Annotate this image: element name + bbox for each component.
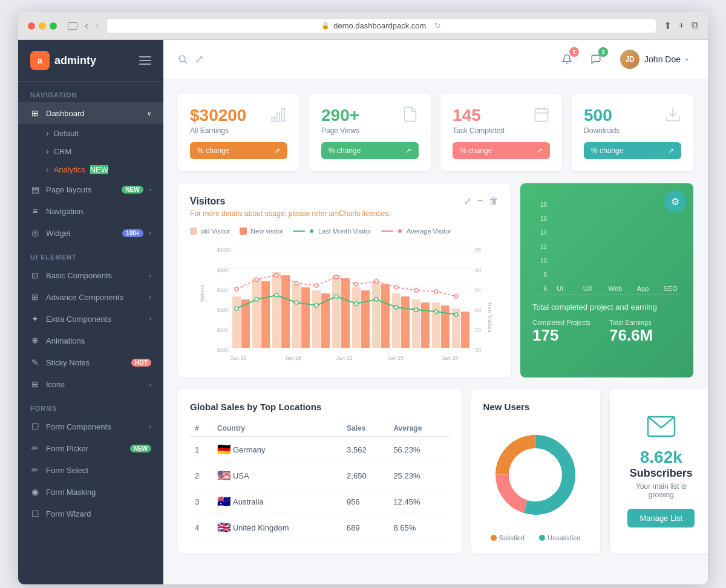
tasks-label: Task Completed <box>453 126 505 135</box>
sidebar-item-icons[interactable]: ⊞ Icons › <box>18 373 163 395</box>
sidebar-item-form-wizard[interactable]: ☐ Form Wizard <box>18 503 163 524</box>
svg-rect-34 <box>312 290 321 348</box>
svg-text:95: 95 <box>475 247 481 253</box>
pageviews-label: Page Views <box>321 126 359 135</box>
chevron-right-icon-7: › <box>149 423 151 430</box>
share-icon[interactable]: ⬆ <box>664 20 672 31</box>
amcharts-link[interactable]: amCharts <box>329 209 360 218</box>
row-sales: 689 <box>342 515 388 541</box>
delete-icon[interactable]: 🗑 <box>489 195 499 207</box>
messages-button[interactable]: 3 <box>586 50 606 69</box>
row-sales: 2,650 <box>342 463 388 489</box>
svg-rect-47 <box>341 278 350 348</box>
country-name: United Kingdom <box>233 523 289 532</box>
browser-toolbar: ‹ › 🔒 demo.dashboardpack.com ↻ ⬆ + ⧉ <box>18 12 708 40</box>
pageviews-change-button[interactable]: % change ↗ <box>321 142 419 159</box>
tasks-change-button[interactable]: % change ↗ <box>453 142 550 159</box>
legend-old-visitor: old Visitor <box>190 227 230 235</box>
sidebar-item-extra-components[interactable]: ✦ Extra Components › <box>18 308 163 330</box>
reload-icon[interactable]: ↻ <box>434 21 441 30</box>
sidebar-item-form-masking[interactable]: ◉ Form Masking <box>18 481 163 503</box>
avatar: JD <box>620 50 639 69</box>
chevron-right-icon: › <box>149 186 151 193</box>
sidebar-item-extra-components-label: Extra Components <box>46 315 143 324</box>
bar-chart-container: 181614121086 UI UX <box>532 195 681 292</box>
sidebar-item-page-layouts[interactable]: ▤ Page layouts NEW › <box>18 178 163 200</box>
sidebar-item-navigation-label: Navigation <box>46 207 151 216</box>
row-country: 🇩🇪Germany <box>212 437 342 463</box>
row-num: 2 <box>190 463 212 489</box>
row-num: 4 <box>190 515 212 541</box>
sidebar-toggle-button[interactable] <box>139 54 151 67</box>
pageviews-icon <box>402 106 419 126</box>
svg-rect-48 <box>361 290 370 348</box>
form-picker-icon: ✏ <box>30 443 40 453</box>
svg-point-77 <box>454 313 458 316</box>
earnings-value: $30200 <box>190 106 246 125</box>
maximize-window-button[interactable] <box>50 22 57 30</box>
sidebar-item-sticky-notes[interactable]: ✎ Sticky Notes HOT <box>18 351 163 373</box>
svg-text:New Visitors: New Visitors <box>487 302 492 333</box>
sidebar-item-dashboard[interactable]: ⊞ Dashboard ∨ <box>18 102 163 124</box>
sidebar-section-navigation: Navigation <box>18 82 163 102</box>
search-icon[interactable] <box>178 54 188 64</box>
stats-grid: $30200 All Earnings % change ↗ <box>178 94 693 171</box>
old-visitor-color <box>190 227 197 235</box>
sidebar-item-basic-components[interactable]: ⊡ Basic Components › <box>18 264 163 286</box>
card-actions: ⤢ − 🗑 <box>463 195 499 207</box>
earnings-change-button[interactable]: % change ↗ <box>190 142 287 159</box>
sidebar-item-advance-components[interactable]: ⊞ Advance Components › <box>18 286 163 308</box>
fullscreen-icon[interactable]: ⤢ <box>463 195 471 207</box>
downloads-label: Downloads <box>584 126 620 135</box>
chevron-down-icon: ∨ <box>147 110 151 117</box>
sidebar-item-widget[interactable]: ◎ Widget 100+ › <box>18 222 163 244</box>
country-name: USA <box>233 471 249 480</box>
sidebar-subitem-default[interactable]: Default <box>18 124 163 142</box>
manage-list-button[interactable]: Manage List <box>627 509 695 528</box>
sidebar-item-form-picker[interactable]: ✏ Form Picker NEW <box>18 437 163 459</box>
table-row: 2 🇺🇸USA 2,650 25.23% <box>190 463 450 489</box>
tasks-value: 145 <box>453 106 505 125</box>
browser-window-controls <box>28 22 57 30</box>
notification-count: 5 <box>569 47 579 57</box>
completed-label: Completed Projects <box>532 319 604 326</box>
col-sales: Sales <box>342 420 388 437</box>
green-panel-title: Total completed project and earning <box>532 302 681 312</box>
svg-point-72 <box>355 302 358 305</box>
sidebar-subitem-analytics[interactable]: Analytics NEW <box>18 160 163 178</box>
user-menu-button[interactable]: JD John Doe ▾ <box>615 47 693 71</box>
sidebar-item-navigation[interactable]: ≡ Navigation <box>18 200 163 222</box>
user-dropdown-arrow: ▾ <box>685 56 688 63</box>
main-content: ⤢ 5 3 JD John Doe <box>163 40 708 584</box>
minimize-icon[interactable]: − <box>477 195 483 207</box>
browser-sidebar-icon[interactable] <box>68 22 77 30</box>
downloads-change-button[interactable]: % change ↗ <box>584 142 681 159</box>
svg-rect-52 <box>441 305 450 348</box>
user-name: John Doe <box>644 54 681 64</box>
new-tab-icon[interactable]: + <box>679 20 684 31</box>
duplicate-tab-icon[interactable]: ⧉ <box>692 20 698 31</box>
sidebar-subitem-crm[interactable]: CRM <box>18 142 163 160</box>
sidebar-item-basic-components-label: Basic Components <box>46 271 143 280</box>
new-users-card: New Users <box>471 390 600 554</box>
svg-point-67 <box>255 298 258 301</box>
donut-legend: Satisfied Unsatisfied <box>483 534 588 541</box>
url-bar[interactable]: 🔒 demo.dashboardpack.com ↻ <box>106 18 656 33</box>
close-window-button[interactable] <box>28 22 35 30</box>
minimize-window-button[interactable] <box>39 22 46 30</box>
notifications-button[interactable]: 5 <box>557 50 577 69</box>
bar-ux: UX <box>577 283 599 292</box>
browser-forward-button[interactable]: › <box>96 19 99 32</box>
svg-rect-4 <box>282 109 285 122</box>
form-picker-badge: NEW <box>130 445 151 452</box>
sidebar-item-form-components[interactable]: ☐ Form Components › <box>18 416 163 437</box>
expand-icon[interactable]: ⤢ <box>195 53 204 66</box>
sidebar-item-page-layouts-label: Page layouts <box>46 185 116 194</box>
analytics-badge: NEW <box>90 165 108 174</box>
svg-point-75 <box>414 308 418 312</box>
sidebar-item-animations[interactable]: ❋ Animations <box>18 330 163 351</box>
sidebar-item-form-select[interactable]: ✏ Form Select <box>18 459 163 481</box>
browser-back-button[interactable]: ‹ <box>85 19 88 32</box>
sidebar-item-icons-label: Icons <box>46 380 143 389</box>
svg-point-63 <box>414 289 418 292</box>
